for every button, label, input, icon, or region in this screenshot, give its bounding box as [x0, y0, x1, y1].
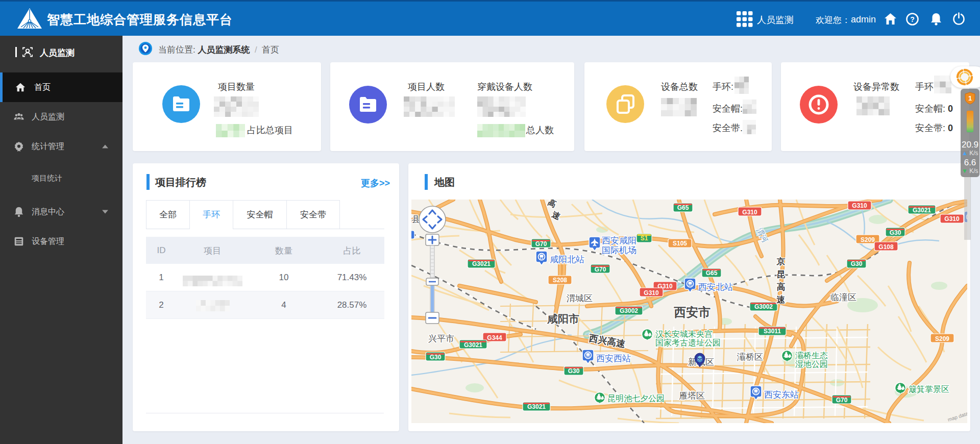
svg-text:速: 速	[776, 295, 786, 305]
svg-text:G3002: G3002	[754, 303, 773, 310]
svg-text:京: 京	[776, 257, 786, 266]
svg-text:G30: G30	[851, 260, 863, 267]
svg-text:G70: G70	[836, 397, 848, 404]
svg-text:西安北站: 西安北站	[698, 282, 733, 292]
svg-text:临潼区: 临潼区	[830, 292, 856, 302]
svg-text:G3021: G3021	[472, 260, 491, 267]
svg-text:汉长安城未央宫: 汉长安城未央宫	[655, 330, 713, 338]
svg-text:昆明池七夕公园: 昆明池七夕公园	[607, 394, 665, 403]
svg-text:G30: G30	[430, 354, 442, 361]
svg-text:兴平市: 兴平市	[428, 334, 454, 343]
svg-text:咸阳市: 咸阳市	[547, 313, 579, 325]
svg-text:G3021: G3021	[913, 207, 931, 214]
svg-text:G310: G310	[852, 202, 867, 209]
svg-text:?: ?	[910, 15, 915, 23]
svg-text:湿地公园: 湿地公园	[795, 360, 828, 368]
svg-text:西安东站: 西安东站	[764, 390, 799, 400]
svg-text:G70: G70	[595, 266, 606, 273]
svg-text:高: 高	[777, 282, 786, 292]
svg-text:G310: G310	[944, 215, 960, 223]
svg-text:G310: G310	[644, 289, 659, 297]
svg-text:国际机场: 国际机场	[602, 245, 636, 255]
svg-text:S209: S209	[861, 236, 875, 243]
svg-text:G30: G30	[890, 229, 901, 236]
svg-text:G65: G65	[706, 269, 718, 277]
svg-text:咸阳北站: 咸阳北站	[550, 255, 584, 264]
svg-text:G3021: G3021	[464, 341, 482, 349]
svg-text:S3011: S3011	[764, 328, 781, 335]
svg-text:G70: G70	[535, 240, 547, 248]
svg-text:雁塔区: 雁塔区	[679, 391, 705, 401]
svg-text:渭城区: 渭城区	[567, 293, 593, 303]
svg-text:西安咸阳: 西安咸阳	[602, 236, 636, 245]
svg-text:簸箕掌景区: 簸箕掌景区	[909, 385, 949, 393]
svg-text:1: 1	[968, 94, 972, 102]
svg-text:S105: S105	[673, 240, 687, 247]
svg-text:国家考古遗址公园: 国家考古遗址公园	[655, 338, 721, 347]
svg-text:G108: G108	[878, 243, 894, 251]
svg-text:S209: S209	[935, 335, 949, 342]
svg-text:G3021: G3021	[527, 403, 546, 410]
svg-text:灞桥生态: 灞桥生态	[795, 351, 828, 360]
svg-text:G3002: G3002	[620, 307, 638, 314]
svg-text:G310: G310	[742, 209, 757, 216]
svg-text:西安西站: 西安西站	[596, 354, 631, 363]
svg-text:S208: S208	[553, 277, 567, 284]
svg-text:S1: S1	[641, 235, 648, 242]
svg-text:G344: G344	[487, 334, 502, 341]
svg-text:G65: G65	[677, 204, 689, 211]
svg-text:西安市: 西安市	[674, 305, 710, 319]
svg-text:G30: G30	[568, 367, 580, 375]
svg-text:昆: 昆	[777, 269, 786, 279]
svg-text:灞桥区: 灞桥区	[737, 352, 763, 362]
